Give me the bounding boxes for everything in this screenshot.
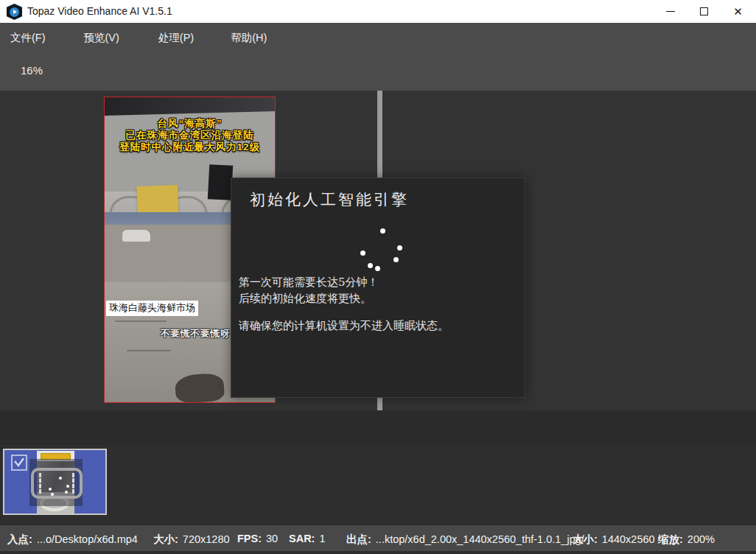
window-bottom-edge (0, 551, 756, 554)
video-scene-speaker (208, 164, 233, 200)
maximize-icon (700, 7, 708, 15)
video-scene-awning (104, 97, 276, 116)
maximize-button[interactable] (687, 0, 721, 23)
status-output-size: 大小:1440x2560 (573, 533, 655, 547)
clip-list (0, 445, 756, 525)
dialog-title: 初始化人工智能引擎 (250, 189, 409, 210)
app-window: Topaz Video Enhance AI V1.5.1 ✕ 文件(F) 预览… (0, 0, 756, 554)
minimize-icon (666, 11, 675, 13)
video-scene-car (122, 230, 150, 242)
film-frame-icon (31, 468, 83, 499)
status-bar: 入点:...o/Desktop/x6d.mp4 大小:720x1280 FPS:… (0, 525, 756, 554)
video-caption: 不要慌不要慌呀 (161, 328, 231, 340)
menu-bar: 文件(F) 预览(V) 处理(P) 帮助(H) (0, 23, 756, 52)
clip-thumbnail-selected[interactable] (3, 449, 107, 515)
dialog-message-2: 请确保您的计算机设置为不进入睡眠状态。 (239, 318, 449, 334)
status-sar: SAR:1 (289, 533, 326, 544)
dialog-message-1: 第一次可能需要长达5分钟！ 后续的初始化速度将更快。 (239, 274, 379, 306)
menu-file[interactable]: 文件(F) (0, 23, 56, 52)
window-title: Topaz Video Enhance AI V1.5.1 (27, 5, 172, 17)
video-headline-line1: 台风“海高斯” (105, 118, 275, 130)
zoom-level: 16% (21, 64, 43, 77)
app-logo-icon (7, 4, 22, 20)
status-input-path: 入点:...o/Desktop/x6d.mp4 (7, 533, 138, 547)
video-headline-line2: 已在珠海市金湾区沿海登陆 (105, 130, 275, 141)
status-scale: 缩放:200% (658, 533, 715, 547)
video-headline: 台风“海高斯” 已在珠海市金湾区沿海登陆 登陆时中心附近最大风力12级 (105, 118, 275, 153)
process-toolbar: 计算 ETA... (0, 410, 756, 445)
title-bar: Topaz Video Enhance AI V1.5.1 ✕ (0, 0, 756, 23)
init-engine-dialog: 初始化人工智能引擎 第一次可能需要长达5分钟！ 后续的初始化速度将更快。 请确保… (231, 178, 525, 398)
minimize-button[interactable] (654, 0, 687, 23)
playback-toolbar: 16% 0 / 357 [ 0 : 357 ] (0, 52, 756, 91)
checkmark-icon (13, 456, 26, 469)
status-output-path: 出点:...ktop/x6d_2.00x_1440x2560_thf-1.0.1… (346, 533, 584, 547)
close-button[interactable]: ✕ (721, 0, 755, 23)
status-fps: FPS:30 (237, 533, 278, 544)
preview-area: 台风“海高斯” 已在珠海市金湾区沿海登陆 登陆时中心附近最大风力12级 珠海白藤… (0, 91, 756, 410)
video-headline-line3: 登陆时中心附近最大风力12级 (105, 141, 275, 153)
video-location-label: 珠海白藤头海鲜市场 (106, 301, 198, 316)
close-icon: ✕ (733, 5, 743, 18)
menu-preview[interactable]: 预览(V) (74, 23, 130, 52)
status-input-size: 大小:720x1280 (153, 533, 230, 547)
clip-checkbox[interactable] (11, 455, 27, 471)
menu-process[interactable]: 处理(P) (148, 23, 204, 52)
menu-help[interactable]: 帮助(H) (220, 23, 277, 52)
